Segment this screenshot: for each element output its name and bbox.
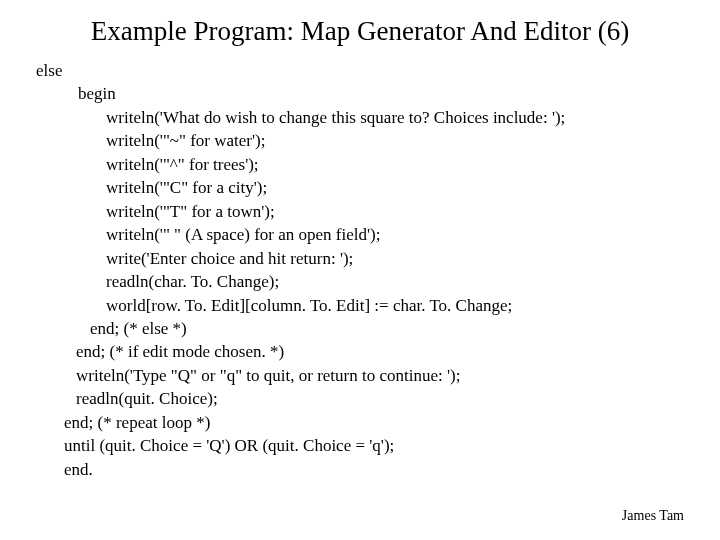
code-line: world[row. To. Edit][column. To. Edit] :… xyxy=(36,294,720,317)
code-line: writeln('"~" for water'); xyxy=(36,129,720,152)
code-line: writeln('"C" for a city'); xyxy=(36,176,720,199)
code-line: else xyxy=(36,59,720,82)
code-line: writeln('"T" for a town'); xyxy=(36,200,720,223)
code-line: end; (* else *) xyxy=(36,317,720,340)
code-line: writeln('" " (A space) for an open field… xyxy=(36,223,720,246)
code-line: writeln('"^" for trees'); xyxy=(36,153,720,176)
code-line: readln(quit. Choice); xyxy=(36,387,720,410)
code-line: begin xyxy=(36,82,720,105)
footer-author: James Tam xyxy=(622,508,684,524)
code-line: end. xyxy=(36,458,720,481)
code-line: readln(char. To. Change); xyxy=(36,270,720,293)
code-line: writeln('What do wish to change this squ… xyxy=(36,106,720,129)
code-line: end; (* if edit mode chosen. *) xyxy=(36,340,720,363)
code-line: end; (* repeat loop *) xyxy=(36,411,720,434)
code-line: until (quit. Choice = 'Q') OR (quit. Cho… xyxy=(36,434,720,457)
code-block: else begin writeln('What do wish to chan… xyxy=(0,53,720,481)
code-line: write('Enter choice and hit return: '); xyxy=(36,247,720,270)
slide-title: Example Program: Map Generator And Edito… xyxy=(0,0,720,53)
code-line: writeln('Type "Q" or "q" to quit, or ret… xyxy=(36,364,720,387)
